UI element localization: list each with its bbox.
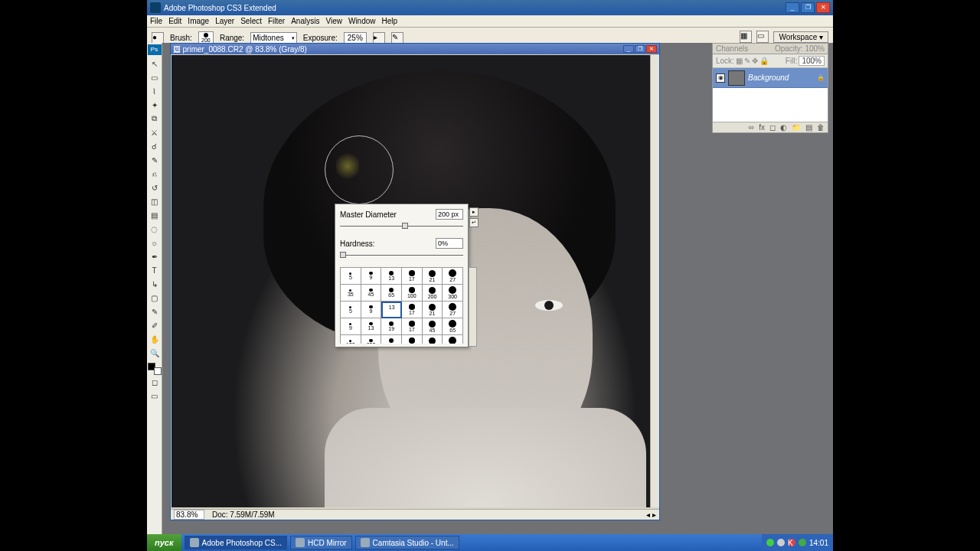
notes-tool[interactable]: ✎ — [148, 305, 162, 318]
taskbar-task[interactable]: HCD Mirror — [290, 536, 352, 549]
brush-preset-cell[interactable]: 27 — [443, 302, 463, 318]
master-diameter-input[interactable] — [436, 209, 463, 220]
new-layer-icon[interactable]: ▤ — [805, 123, 812, 132]
color-swatches[interactable] — [148, 363, 162, 375]
brush-preset-cell[interactable]: 17 — [402, 268, 423, 285]
rect-tool[interactable]: ▢ — [148, 291, 162, 305]
brush-preset-cell[interactable]: 13 — [381, 302, 402, 318]
hand-tool[interactable]: ✋ — [148, 332, 162, 346]
blur-tool[interactable]: ◌ — [148, 222, 162, 236]
brush-preset-cell[interactable]: 21 — [423, 302, 443, 318]
layer-mask-icon[interactable]: ◻ — [769, 123, 776, 132]
hardness-slider[interactable] — [340, 252, 463, 259]
eraser-tool[interactable]: ◫ — [148, 194, 162, 208]
brush-preset-cell[interactable]: 17 — [402, 318, 423, 335]
brush-preset-cell[interactable]: 13 — [381, 268, 402, 285]
brush-popup-flyout-icon[interactable]: ▸ — [469, 207, 479, 217]
type-tool[interactable]: T — [148, 263, 162, 277]
zoom-tool[interactable]: 🔍 — [148, 346, 162, 360]
brush-preset-cell[interactable]: 300 — [381, 335, 402, 344]
goto-bridge-icon[interactable]: ▦ — [740, 31, 752, 43]
brush-preset-cell[interactable]: 9 — [341, 318, 361, 335]
delete-layer-icon[interactable]: 🗑 — [817, 123, 825, 132]
background-swatch[interactable] — [154, 367, 162, 375]
brush-preset-cell[interactable]: 13 — [361, 318, 382, 335]
pen-tool[interactable]: ✒ — [148, 249, 162, 263]
workspace-menu[interactable]: Workspace ▾ — [773, 31, 828, 43]
lock-pixels-icon[interactable]: ✎ — [744, 57, 750, 65]
brush-preset-cell[interactable]: 45 — [361, 285, 382, 302]
menu-view[interactable]: View — [325, 17, 342, 25]
brush-preset-cell[interactable]: 100 — [402, 285, 423, 302]
brush-preset-cell[interactable]: 35 — [341, 285, 361, 302]
dodge-tool[interactable]: ☼ — [148, 236, 162, 249]
start-button[interactable]: пуск — [147, 534, 181, 551]
brush-preset-cell[interactable]: 45 — [423, 318, 443, 335]
menu-edit[interactable]: Edit — [168, 17, 181, 25]
vertical-scrollbar[interactable] — [650, 55, 659, 507]
doc-maximize-button[interactable]: ❐ — [635, 45, 645, 53]
visibility-eye-icon[interactable] — [716, 73, 725, 83]
brush-tool[interactable]: ✎ — [148, 153, 162, 167]
brush-preset-cell[interactable]: 21 — [423, 268, 443, 285]
brush-preset-cell[interactable]: 5 — [341, 302, 361, 318]
system-tray[interactable]: K 14:01 — [762, 534, 833, 551]
brush-preset-cell[interactable]: 65 — [443, 318, 463, 335]
tray-icon[interactable] — [766, 539, 774, 546]
menu-image[interactable]: Image — [188, 17, 209, 25]
lock-position-icon[interactable]: ✥ — [752, 57, 758, 65]
doc-minimize-button[interactable]: _ — [623, 45, 634, 53]
lasso-tool[interactable]: ⌇ — [148, 84, 162, 98]
stamp-tool[interactable]: ⎌ — [148, 167, 162, 181]
path-tool[interactable]: ↳ — [148, 277, 162, 291]
slice-tool[interactable]: ⚔ — [148, 126, 162, 139]
brush-preset-cell[interactable]: 9 — [361, 268, 382, 285]
brush-preset-cell[interactable]: 200 — [423, 285, 443, 302]
eyedrop-tool[interactable]: ✐ — [148, 318, 162, 332]
taskbar-task[interactable]: Adobe Photoshop CS... — [185, 536, 288, 549]
move-tool[interactable]: ↖ — [148, 57, 162, 70]
brush-preset-cell[interactable]: 100 — [341, 335, 361, 344]
tray-icon[interactable] — [799, 539, 806, 546]
brush-preset-cell[interactable]: 27 — [443, 268, 463, 285]
layer-group-icon[interactable]: 📁 — [792, 123, 801, 132]
brush-new-preset-icon[interactable]: ↵ — [469, 218, 479, 227]
taskbar-task[interactable]: Camtasia Studio - Unt... — [355, 536, 459, 549]
crop-tool[interactable]: ⧉ — [148, 112, 162, 126]
screenmode-tool-icon[interactable]: ▭ — [148, 389, 162, 403]
tray-kaspersky-icon[interactable]: K — [788, 539, 795, 546]
brush-preset-cell[interactable]: 300 — [443, 285, 463, 302]
lock-all-icon[interactable]: 🔒 — [760, 57, 769, 65]
doc-close-button[interactable]: ✕ — [646, 45, 657, 53]
menu-window[interactable]: Window — [348, 17, 376, 25]
marquee-tool[interactable]: ▭ — [148, 70, 162, 84]
brush-preset-cell[interactable]: 9 — [361, 302, 382, 318]
layers-empty-area[interactable] — [713, 88, 828, 122]
zoom-field[interactable]: 83.8% — [174, 510, 204, 520]
minimize-button[interactable]: _ — [786, 2, 799, 13]
brush-preset-cell[interactable]: 17 — [402, 302, 423, 318]
maximize-button[interactable]: ❐ — [801, 2, 815, 13]
hardness-input[interactable] — [436, 238, 463, 249]
history-tool[interactable]: ↺ — [148, 181, 162, 194]
menu-filter[interactable]: Filter — [268, 17, 285, 25]
fill-value-field[interactable]: 100% — [799, 56, 825, 66]
menu-help[interactable]: Help — [382, 17, 398, 25]
lock-transparent-icon[interactable]: ▦ — [736, 57, 743, 65]
adjustment-layer-icon[interactable]: ◐ — [780, 123, 787, 132]
brush-preset-cell[interactable]: 200 — [361, 335, 382, 344]
brush-preset-cell[interactable]: 24 — [423, 335, 443, 344]
brush-preset-cell[interactable]: 65 — [381, 285, 402, 302]
close-button[interactable]: ✕ — [816, 2, 830, 13]
menu-analysis[interactable]: Analysis — [291, 17, 319, 25]
brush-preset-cell[interactable]: 19 — [381, 318, 402, 335]
brush-grid-scrollbar[interactable] — [469, 267, 477, 347]
layer-thumbnail[interactable] — [728, 70, 745, 86]
screen-mode-icon[interactable]: ▭ — [756, 31, 769, 43]
master-diameter-slider[interactable] — [340, 223, 463, 230]
menu-select[interactable]: Select — [240, 17, 262, 25]
gradient-tool[interactable]: ▤ — [148, 208, 162, 222]
quick-mask-icon[interactable]: ◻ — [148, 375, 162, 389]
brush-preset-cell[interactable]: 14 — [402, 335, 423, 344]
wand-tool[interactable]: ✦ — [148, 98, 162, 112]
